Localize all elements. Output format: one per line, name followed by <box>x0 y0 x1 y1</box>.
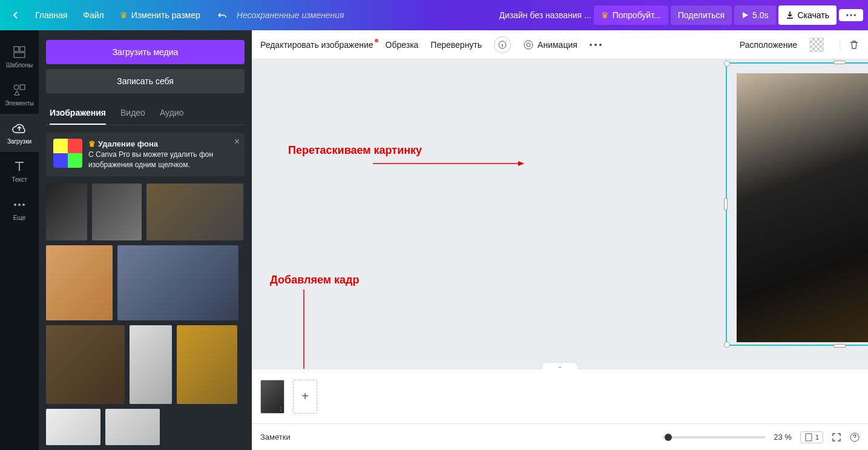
svg-point-0 <box>846 14 849 16</box>
more-menu-button[interactable] <box>839 9 863 21</box>
tab-images[interactable]: Изображения <box>50 102 106 125</box>
resize-handle[interactable] <box>833 61 846 64</box>
animation-button[interactable]: Анимация <box>523 39 577 50</box>
svg-point-12 <box>524 41 533 49</box>
page-view-button[interactable]: 1 <box>800 431 823 443</box>
canvas-area: Редактировать изображение Обрезка Переве… <box>252 30 868 450</box>
frame-reel: ⌄ 1 + <box>252 369 868 423</box>
resize-label: Изменить размер <box>131 10 200 20</box>
unsaved-changes-label: Несохраненные изменения <box>237 10 344 20</box>
slider-knob[interactable] <box>665 434 672 441</box>
upload-thumb[interactable] <box>92 184 142 240</box>
help-button[interactable] <box>850 432 860 442</box>
info-icon <box>498 41 507 49</box>
download-icon <box>786 11 794 19</box>
home-button[interactable]: Главная <box>28 5 74 25</box>
page-icon <box>804 433 813 442</box>
svg-rect-19 <box>806 434 812 441</box>
back-button[interactable] <box>5 7 27 24</box>
svg-rect-5 <box>14 53 25 58</box>
svg-point-8 <box>14 203 16 206</box>
download-label: Скачать <box>798 10 830 20</box>
ellipsis-icon <box>590 44 602 46</box>
svg-point-6 <box>14 85 19 90</box>
promo-desc: С Canva Pro вы можете удалить фон изобра… <box>88 150 237 170</box>
upload-thumb[interactable] <box>46 325 125 404</box>
bg-remover-promo: ♛Удаление фона С Canva Pro вы можете уда… <box>46 133 245 176</box>
document-title[interactable]: Дизайн без названия ... <box>499 10 591 20</box>
rail-elements-label: Элементы <box>5 100 34 107</box>
delete-button[interactable] <box>840 39 860 50</box>
fullscreen-icon <box>832 432 841 442</box>
crop-button[interactable]: Обрезка <box>386 40 419 50</box>
svg-point-14 <box>590 44 592 46</box>
upload-label: Загрузить медиа <box>113 47 179 57</box>
tab-audio[interactable]: Аудио <box>160 102 184 125</box>
bottom-bar: Заметки 23 % 1 <box>252 423 868 450</box>
more-options-button[interactable] <box>590 44 602 46</box>
zoom-slider[interactable] <box>662 436 765 438</box>
upload-thumb[interactable] <box>105 409 160 445</box>
promo-thumb <box>53 139 82 168</box>
share-button[interactable]: Поделиться <box>671 5 732 25</box>
fullscreen-button[interactable] <box>832 432 841 442</box>
transparency-button[interactable] <box>809 38 824 52</box>
play-button[interactable]: 5.0s <box>734 5 775 25</box>
more-icon <box>12 197 27 212</box>
promo-close-button[interactable]: × <box>234 136 240 147</box>
upload-thumb[interactable] <box>117 245 238 320</box>
crown-icon: ♛ <box>120 10 128 20</box>
canvas-stage[interactable]: Перетаскиваем картинку Добавляем кадр <box>252 59 868 369</box>
flip-button[interactable]: Перевернуть <box>430 40 482 50</box>
upload-media-button[interactable]: Загрузить медиа <box>46 40 245 64</box>
notes-button[interactable]: Заметки <box>260 432 291 442</box>
side-rail: Шаблоны Элементы Загрузки Текст Еще <box>0 30 39 450</box>
rail-uploads[interactable]: Загрузки <box>0 114 39 152</box>
trash-icon <box>849 39 860 50</box>
page-number: 1 <box>279 405 283 412</box>
add-frame-button[interactable]: + <box>293 380 317 414</box>
rail-text[interactable]: Текст <box>0 152 39 190</box>
rail-elements[interactable]: Элементы <box>0 76 39 114</box>
resize-handle[interactable] <box>724 342 730 348</box>
selected-element[interactable] <box>726 62 868 346</box>
upload-thumb[interactable] <box>130 325 172 404</box>
file-menu[interactable]: Файл <box>76 5 111 25</box>
home-label: Главная <box>35 10 67 20</box>
upload-thumb[interactable] <box>46 409 100 445</box>
svg-rect-3 <box>14 47 19 51</box>
upload-thumb[interactable] <box>46 245 113 320</box>
record-yourself-button[interactable]: Записать себя <box>46 69 245 93</box>
upload-thumb[interactable] <box>177 325 237 404</box>
try-pro-button[interactable]: ♛Попробуйт... <box>594 5 668 25</box>
context-toolbar: Редактировать изображение Обрезка Переве… <box>252 30 868 59</box>
annotation-add: Добавляем кадр <box>270 274 359 286</box>
resize-handle[interactable] <box>833 344 846 348</box>
expand-reel-button[interactable]: ⌄ <box>542 362 578 369</box>
svg-point-10 <box>22 203 25 206</box>
undo-button[interactable] <box>209 6 234 24</box>
templates-icon <box>12 45 27 59</box>
rail-more[interactable]: Еще <box>0 190 39 228</box>
try-pro-label: Попробуйт... <box>613 10 661 20</box>
rail-templates[interactable]: Шаблоны <box>0 38 39 76</box>
position-button[interactable]: Расположение <box>740 40 797 50</box>
canvas-image[interactable] <box>737 73 868 342</box>
annotation-drag: Перетаскиваем картинку <box>288 144 422 157</box>
svg-point-2 <box>853 14 856 16</box>
download-button[interactable]: Скачать <box>778 5 837 25</box>
tab-video[interactable]: Видео <box>120 102 145 125</box>
resize-handle[interactable] <box>724 61 730 67</box>
upload-thumb[interactable] <box>46 184 87 240</box>
svg-point-15 <box>594 44 597 46</box>
top-bar: Главная Файл ♛Изменить размер Несохранен… <box>0 0 868 30</box>
duration-label: 5.0s <box>752 10 768 20</box>
share-label: Поделиться <box>678 10 725 20</box>
edit-image-button[interactable]: Редактировать изображение <box>260 40 373 50</box>
ellipsis-icon <box>846 14 856 16</box>
info-button[interactable] <box>494 36 511 53</box>
promo-title: Удаление фона <box>98 139 158 150</box>
resize-handle[interactable] <box>724 198 728 210</box>
upload-thumb[interactable] <box>146 184 243 240</box>
resize-button[interactable]: ♛Изменить размер <box>113 5 208 25</box>
